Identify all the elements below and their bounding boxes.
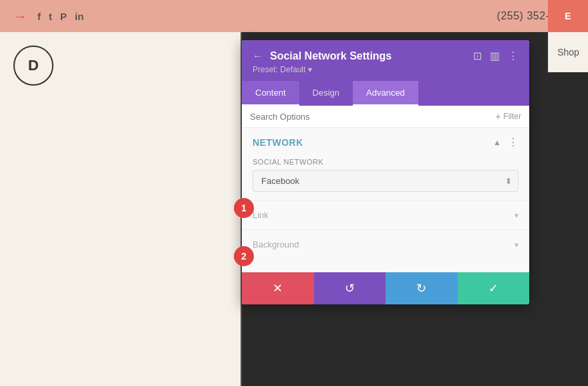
pinterest-icon: P	[60, 11, 67, 22]
social-network-label: Social Network	[253, 158, 519, 166]
twitter-icon: t	[49, 11, 52, 22]
redo-button[interactable]: ↻	[386, 272, 458, 304]
modal-header-left: ← Social Network Settings	[253, 50, 392, 62]
filter-plus-icon: +	[495, 111, 500, 122]
back-icon[interactable]: ←	[253, 50, 263, 62]
link-section[interactable]: Link ▾	[242, 200, 529, 229]
tab-advanced[interactable]: Advanced	[353, 81, 418, 106]
modal-panel: ← Social Network Settings ⊡ ▥ ⋮ Preset: …	[242, 40, 529, 304]
arrow-icon: →	[13, 9, 27, 24]
network-collapse-icon[interactable]: ▲	[493, 138, 501, 147]
search-bar: + Filter	[242, 106, 529, 128]
cancel-button[interactable]: ✕	[242, 272, 314, 304]
top-bar-left: → f t P in	[13, 9, 84, 24]
filter-button[interactable]: + Filter	[495, 111, 521, 122]
tabs-row: Content Design Advanced	[242, 81, 529, 106]
cancel-icon: ✕	[273, 281, 283, 296]
section-controls: ▲ ⋮	[493, 136, 519, 149]
save-icon: ✓	[488, 281, 498, 296]
background-section[interactable]: Background ▾	[242, 229, 529, 259]
modal-title: Social Network Settings	[270, 50, 392, 62]
network-more-icon[interactable]: ⋮	[508, 136, 519, 149]
network-section-title: Network	[253, 137, 303, 148]
step-badge-2: 2	[234, 246, 254, 266]
shop-label[interactable]: Shop	[548, 32, 588, 72]
social-network-select[interactable]: Facebook Twitter Instagram Pinterest Lin…	[253, 170, 519, 192]
background-section-label: Background	[253, 239, 299, 250]
action-bar: ✕ ↺ ↻ ✓	[242, 272, 529, 304]
redo-icon: ↻	[416, 281, 426, 296]
background-chevron-icon: ▾	[514, 240, 519, 250]
columns-icon[interactable]: ▥	[490, 50, 500, 62]
network-section-header: Network ▲ ⋮	[242, 128, 529, 154]
step-badge-1: 1	[234, 198, 254, 218]
expand-icon[interactable]: ⊡	[473, 50, 482, 62]
search-input[interactable]	[250, 112, 490, 122]
top-bar-right-button[interactable]: E	[548, 0, 588, 32]
filter-label: Filter	[503, 112, 521, 121]
modal-header-actions: ⊡ ▥ ⋮	[473, 50, 519, 62]
spacer	[242, 259, 529, 272]
facebook-icon: f	[37, 11, 41, 22]
modal-body: + Filter Network ▲ ⋮ Social Network Face…	[242, 106, 529, 272]
social-network-field-row: Social Network Facebook Twitter Instagra…	[242, 154, 529, 200]
preset-label: Preset: Default	[253, 65, 305, 74]
social-network-select-wrapper: Facebook Twitter Instagram Pinterest Lin…	[253, 170, 519, 192]
reset-icon: ↺	[345, 281, 355, 296]
tab-design[interactable]: Design	[299, 81, 353, 106]
modal-header: ← Social Network Settings ⊡ ▥ ⋮ Preset: …	[242, 40, 529, 81]
top-bar: → f t P in (255) 352-6258 E	[0, 0, 588, 32]
preset-chevron: ▾	[308, 65, 312, 74]
reset-button[interactable]: ↺	[314, 272, 386, 304]
tab-content[interactable]: Content	[242, 81, 299, 106]
modal-header-top: ← Social Network Settings ⊡ ▥ ⋮	[253, 50, 519, 62]
divi-logo[interactable]: D	[13, 45, 53, 86]
link-chevron-icon: ▾	[514, 211, 519, 220]
more-icon[interactable]: ⋮	[508, 50, 519, 62]
save-button[interactable]: ✓	[458, 272, 530, 304]
link-section-label: Link	[253, 210, 269, 220]
linkedin-icon: in	[75, 11, 84, 22]
modal-preset[interactable]: Preset: Default ▾	[253, 65, 519, 74]
social-icons: f t P in	[37, 11, 84, 22]
left-sidebar: D	[0, 32, 241, 386]
